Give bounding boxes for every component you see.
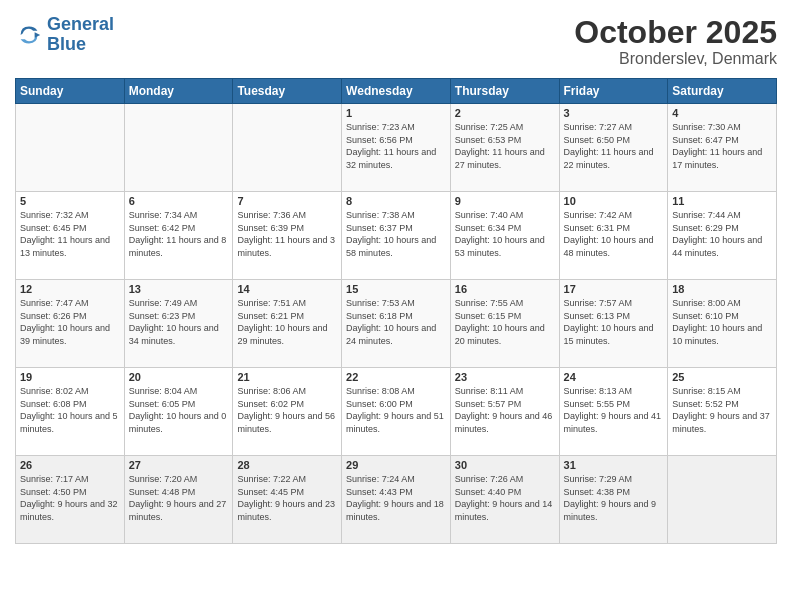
day-info: Sunrise: 8:13 AMSunset: 5:55 PMDaylight:… [564,385,664,435]
day-number: 14 [237,283,337,295]
header: General Blue October 2025 Bronderslev, D… [15,15,777,68]
day-number: 4 [672,107,772,119]
week-row-1: 1Sunrise: 7:23 AMSunset: 6:56 PMDaylight… [16,104,777,192]
day-info: Sunrise: 7:24 AMSunset: 4:43 PMDaylight:… [346,473,446,523]
day-cell: 12Sunrise: 7:47 AMSunset: 6:26 PMDayligh… [16,280,125,368]
day-info: Sunrise: 7:32 AMSunset: 6:45 PMDaylight:… [20,209,120,259]
logo-text: General Blue [47,15,114,55]
title-block: October 2025 Bronderslev, Denmark [574,15,777,68]
day-number: 30 [455,459,555,471]
day-cell [668,456,777,544]
day-cell: 14Sunrise: 7:51 AMSunset: 6:21 PMDayligh… [233,280,342,368]
day-number: 16 [455,283,555,295]
calendar-header: Sunday Monday Tuesday Wednesday Thursday… [16,79,777,104]
day-cell [233,104,342,192]
day-cell: 3Sunrise: 7:27 AMSunset: 6:50 PMDaylight… [559,104,668,192]
day-cell: 26Sunrise: 7:17 AMSunset: 4:50 PMDayligh… [16,456,125,544]
day-info: Sunrise: 7:20 AMSunset: 4:48 PMDaylight:… [129,473,229,523]
day-number: 6 [129,195,229,207]
day-cell: 22Sunrise: 8:08 AMSunset: 6:00 PMDayligh… [342,368,451,456]
day-info: Sunrise: 8:06 AMSunset: 6:02 PMDaylight:… [237,385,337,435]
day-info: Sunrise: 7:38 AMSunset: 6:37 PMDaylight:… [346,209,446,259]
day-info: Sunrise: 7:55 AMSunset: 6:15 PMDaylight:… [455,297,555,347]
day-info: Sunrise: 7:23 AMSunset: 6:56 PMDaylight:… [346,121,446,171]
day-cell: 7Sunrise: 7:36 AMSunset: 6:39 PMDaylight… [233,192,342,280]
day-cell: 31Sunrise: 7:29 AMSunset: 4:38 PMDayligh… [559,456,668,544]
col-friday: Friday [559,79,668,104]
day-number: 10 [564,195,664,207]
day-number: 13 [129,283,229,295]
day-number: 7 [237,195,337,207]
day-cell [16,104,125,192]
calendar-table: Sunday Monday Tuesday Wednesday Thursday… [15,78,777,544]
day-cell: 20Sunrise: 8:04 AMSunset: 6:05 PMDayligh… [124,368,233,456]
day-info: Sunrise: 7:49 AMSunset: 6:23 PMDaylight:… [129,297,229,347]
day-number: 20 [129,371,229,383]
day-info: Sunrise: 7:27 AMSunset: 6:50 PMDaylight:… [564,121,664,171]
day-cell: 25Sunrise: 8:15 AMSunset: 5:52 PMDayligh… [668,368,777,456]
col-wednesday: Wednesday [342,79,451,104]
day-cell: 11Sunrise: 7:44 AMSunset: 6:29 PMDayligh… [668,192,777,280]
logo: General Blue [15,15,114,55]
day-cell: 1Sunrise: 7:23 AMSunset: 6:56 PMDaylight… [342,104,451,192]
day-cell: 15Sunrise: 7:53 AMSunset: 6:18 PMDayligh… [342,280,451,368]
day-cell: 19Sunrise: 8:02 AMSunset: 6:08 PMDayligh… [16,368,125,456]
page: General Blue October 2025 Bronderslev, D… [0,0,792,612]
day-number: 15 [346,283,446,295]
day-info: Sunrise: 7:40 AMSunset: 6:34 PMDaylight:… [455,209,555,259]
day-info: Sunrise: 7:47 AMSunset: 6:26 PMDaylight:… [20,297,120,347]
day-number: 5 [20,195,120,207]
day-info: Sunrise: 7:30 AMSunset: 6:47 PMDaylight:… [672,121,772,171]
day-cell [124,104,233,192]
day-number: 1 [346,107,446,119]
calendar-title: October 2025 [574,15,777,50]
day-cell: 30Sunrise: 7:26 AMSunset: 4:40 PMDayligh… [450,456,559,544]
day-cell: 6Sunrise: 7:34 AMSunset: 6:42 PMDaylight… [124,192,233,280]
day-number: 29 [346,459,446,471]
day-number: 12 [20,283,120,295]
day-cell: 10Sunrise: 7:42 AMSunset: 6:31 PMDayligh… [559,192,668,280]
day-number: 21 [237,371,337,383]
day-cell: 29Sunrise: 7:24 AMSunset: 4:43 PMDayligh… [342,456,451,544]
day-info: Sunrise: 7:44 AMSunset: 6:29 PMDaylight:… [672,209,772,259]
day-number: 17 [564,283,664,295]
day-cell: 5Sunrise: 7:32 AMSunset: 6:45 PMDaylight… [16,192,125,280]
day-info: Sunrise: 7:17 AMSunset: 4:50 PMDaylight:… [20,473,120,523]
col-tuesday: Tuesday [233,79,342,104]
day-info: Sunrise: 7:51 AMSunset: 6:21 PMDaylight:… [237,297,337,347]
day-cell: 8Sunrise: 7:38 AMSunset: 6:37 PMDaylight… [342,192,451,280]
week-row-5: 26Sunrise: 7:17 AMSunset: 4:50 PMDayligh… [16,456,777,544]
day-info: Sunrise: 7:36 AMSunset: 6:39 PMDaylight:… [237,209,337,259]
day-info: Sunrise: 8:00 AMSunset: 6:10 PMDaylight:… [672,297,772,347]
calendar-body: 1Sunrise: 7:23 AMSunset: 6:56 PMDaylight… [16,104,777,544]
day-number: 31 [564,459,664,471]
day-info: Sunrise: 7:25 AMSunset: 6:53 PMDaylight:… [455,121,555,171]
week-row-4: 19Sunrise: 8:02 AMSunset: 6:08 PMDayligh… [16,368,777,456]
day-info: Sunrise: 7:29 AMSunset: 4:38 PMDaylight:… [564,473,664,523]
day-number: 28 [237,459,337,471]
day-info: Sunrise: 7:57 AMSunset: 6:13 PMDaylight:… [564,297,664,347]
day-info: Sunrise: 7:53 AMSunset: 6:18 PMDaylight:… [346,297,446,347]
calendar-subtitle: Bronderslev, Denmark [574,50,777,68]
day-number: 9 [455,195,555,207]
day-cell: 9Sunrise: 7:40 AMSunset: 6:34 PMDaylight… [450,192,559,280]
day-cell: 24Sunrise: 8:13 AMSunset: 5:55 PMDayligh… [559,368,668,456]
day-number: 27 [129,459,229,471]
day-cell: 2Sunrise: 7:25 AMSunset: 6:53 PMDaylight… [450,104,559,192]
day-number: 2 [455,107,555,119]
col-monday: Monday [124,79,233,104]
day-number: 3 [564,107,664,119]
day-info: Sunrise: 7:34 AMSunset: 6:42 PMDaylight:… [129,209,229,259]
day-number: 18 [672,283,772,295]
day-cell: 27Sunrise: 7:20 AMSunset: 4:48 PMDayligh… [124,456,233,544]
day-cell: 21Sunrise: 8:06 AMSunset: 6:02 PMDayligh… [233,368,342,456]
day-info: Sunrise: 7:26 AMSunset: 4:40 PMDaylight:… [455,473,555,523]
header-row: Sunday Monday Tuesday Wednesday Thursday… [16,79,777,104]
week-row-3: 12Sunrise: 7:47 AMSunset: 6:26 PMDayligh… [16,280,777,368]
day-cell: 18Sunrise: 8:00 AMSunset: 6:10 PMDayligh… [668,280,777,368]
day-number: 25 [672,371,772,383]
day-cell: 13Sunrise: 7:49 AMSunset: 6:23 PMDayligh… [124,280,233,368]
day-number: 23 [455,371,555,383]
day-number: 26 [20,459,120,471]
col-thursday: Thursday [450,79,559,104]
